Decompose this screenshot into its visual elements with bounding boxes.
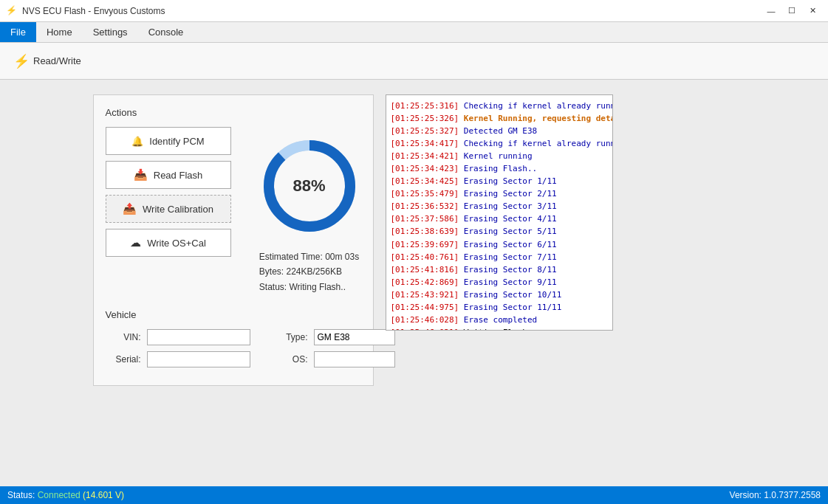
progress-percent: 88% xyxy=(292,176,325,196)
upload-icon: 📤 xyxy=(123,202,137,215)
download-icon: 📥 xyxy=(134,168,148,182)
log-entry: [01:25:25:316] Checking if kernel alread… xyxy=(391,100,608,112)
log-entry: [01:25:46:031] Writing Flash xyxy=(391,326,608,331)
read-flash-label: Read Flash xyxy=(154,170,202,181)
vin-label: VIN: xyxy=(106,332,141,342)
os-label: OS: xyxy=(273,354,308,365)
status-prefix: Status: xyxy=(7,490,38,500)
statusbar: Status: Connected (14.601 V) Version: 1.… xyxy=(0,486,828,504)
estimated-time-value: 00m 03s xyxy=(325,252,359,262)
log-entry: [01:25:25:327] Detected GM E38 xyxy=(391,125,608,137)
vehicle-section: Vehicle VIN: Serial: xyxy=(106,309,361,373)
type-value: GM E38 xyxy=(314,329,395,345)
bytes-value: 224KB/256KB xyxy=(287,266,342,277)
lightning-icon: ⚡ xyxy=(13,53,30,69)
status-text: Connected xyxy=(38,490,81,500)
log-entry: [01:25:40:761] Erasing Sector 7/11 xyxy=(391,251,608,263)
app-icon: ⚡ xyxy=(6,5,18,17)
progress-area: 88% Estimated Time: 00m 03s Bytes: 224KB… xyxy=(243,127,361,294)
cloud-icon: ☁ xyxy=(130,236,141,249)
write-os-cal-button[interactable]: ☁ Write OS+Cal xyxy=(106,229,231,257)
titlebar: ⚡ NVS ECU Flash - Envyous Customs — ☐ ✕ xyxy=(0,0,828,22)
log-entry: [01:25:36:532] Erasing Sector 3/11 xyxy=(391,200,608,213)
bytes-label: Bytes: xyxy=(259,266,284,277)
log-entry: [01:25:34:423] Erasing Flash.. xyxy=(391,162,608,175)
actions-title: Actions xyxy=(106,107,361,118)
version-text: Version: 1.0.7377.2558 xyxy=(730,490,821,500)
status-value: Writing Flash.. xyxy=(290,282,346,292)
log-entry: [01:25:34:421] Kernel running xyxy=(391,150,608,162)
status-label: Status: xyxy=(259,282,287,292)
maximize-button[interactable]: ☐ xyxy=(782,3,801,19)
actions-section: Actions 🔔 Identify PCM 📥 Read Flash 📤 xyxy=(106,107,361,294)
serial-label: Serial: xyxy=(106,354,141,365)
log-entry: [01:25:38:639] Erasing Sector 5/11 xyxy=(391,225,608,238)
main-content: Actions 🔔 Identify PCM 📥 Read Flash 📤 xyxy=(0,80,828,486)
progress-donut: 88% xyxy=(258,134,361,238)
identify-pcm-label: Identify PCM xyxy=(149,136,204,147)
menubar: File Home Settings Console xyxy=(0,22,828,43)
log-entry: [01:25:46:028] Erase completed xyxy=(391,314,608,326)
serial-row: Serial: xyxy=(106,351,250,367)
toolbar-readwrite[interactable]: ⚡ Read/Write xyxy=(7,50,87,72)
log-entry: [01:25:41:816] Erasing Sector 8/11 xyxy=(391,263,608,276)
log-entry: [01:25:37:586] Erasing Sector 4/11 xyxy=(391,213,608,225)
os-row: OS: xyxy=(273,351,395,367)
menu-settings[interactable]: Settings xyxy=(83,22,138,42)
write-calibration-button[interactable]: 📤 Write Calibration xyxy=(106,195,231,223)
close-button[interactable]: ✕ xyxy=(803,3,822,19)
menu-file[interactable]: File xyxy=(0,22,36,42)
vin-row: VIN: xyxy=(106,329,250,345)
toolbar-readwrite-label: Read/Write xyxy=(33,55,81,66)
read-flash-button[interactable]: 📥 Read Flash xyxy=(106,161,231,189)
menu-home[interactable]: Home xyxy=(36,22,83,42)
log-entry: [01:25:44:975] Erasing Sector 11/11 xyxy=(391,301,608,314)
write-os-cal-label: Write OS+Cal xyxy=(147,238,206,249)
identify-pcm-button[interactable]: 🔔 Identify PCM xyxy=(106,127,231,155)
window-controls: — ☐ ✕ xyxy=(762,3,822,19)
os-input[interactable] xyxy=(314,351,395,367)
type-label: Type: xyxy=(273,332,308,342)
status-connected: Status: Connected (14.601 V) xyxy=(7,490,124,500)
minimize-button[interactable]: — xyxy=(762,3,781,19)
type-row: Type: GM E38 xyxy=(273,329,395,345)
bell-icon: 🔔 xyxy=(131,136,143,147)
write-calibration-label: Write Calibration xyxy=(143,204,213,215)
log-entry: [01:25:34:425] Erasing Sector 1/11 xyxy=(391,175,608,187)
progress-info: Estimated Time: 00m 03s Bytes: 224KB/256… xyxy=(259,249,359,294)
app-title: NVS ECU Flash - Envyous Customs xyxy=(22,6,165,16)
log-entry: [01:25:42:869] Erasing Sector 9/11 xyxy=(391,276,608,289)
toolbar: ⚡ Read/Write xyxy=(0,43,828,80)
vehicle-title: Vehicle xyxy=(106,309,361,320)
log-entry: [01:25:35:479] Erasing Sector 2/11 xyxy=(391,187,608,200)
vin-input[interactable] xyxy=(147,329,250,345)
status-voltage: (14.601 V) xyxy=(83,490,124,500)
log-entry: [01:25:39:697] Erasing Sector 6/11 xyxy=(391,238,608,251)
menu-console[interactable]: Console xyxy=(138,22,194,42)
left-panel: Actions 🔔 Identify PCM 📥 Read Flash 📤 xyxy=(93,94,374,386)
center-panel: Actions 🔔 Identify PCM 📥 Read Flash 📤 xyxy=(93,94,736,386)
log-entry: [01:25:34:417] Checking if kernel alread… xyxy=(391,137,608,150)
serial-input[interactable] xyxy=(147,351,250,367)
log-panel[interactable]: [01:25:25:316] Checking if kernel alread… xyxy=(386,94,613,331)
log-entry: [01:25:43:921] Erasing Sector 10/11 xyxy=(391,289,608,301)
estimated-time-label: Estimated Time: xyxy=(259,252,323,262)
log-entry: [01:25:25:326] Kernel Running, requestin… xyxy=(391,112,608,125)
